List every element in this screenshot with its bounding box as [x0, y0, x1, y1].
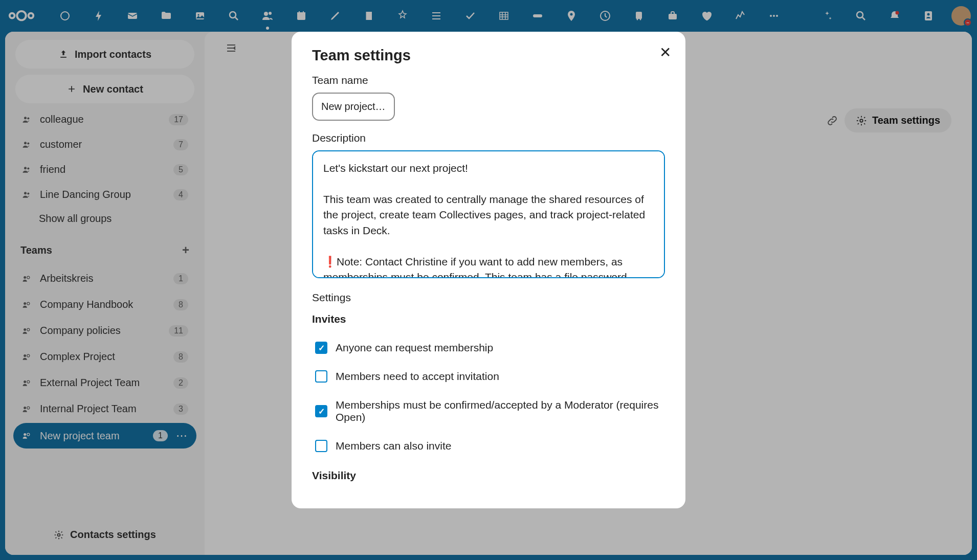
checkbox[interactable] [315, 440, 327, 452]
team-name-input[interactable]: New project … [312, 93, 395, 121]
modal-title: Team settings [312, 47, 665, 64]
checkbox-row-accept-invite[interactable]: Members need to accept invitation [312, 362, 665, 391]
modal-overlay[interactable]: Team settings ✕ Team name New project … … [0, 0, 977, 560]
checkbox-row-members-invite[interactable]: Members can also invite [312, 432, 665, 460]
visibility-section-label: Visibility [312, 469, 665, 482]
invites-section-label: Invites [312, 313, 665, 325]
checkbox-label: Members can also invite [336, 440, 451, 452]
modal-close-button[interactable]: ✕ [659, 44, 671, 61]
description-textarea[interactable] [312, 150, 665, 278]
checkbox-row-anyone-request[interactable]: Anyone can request membership [312, 333, 665, 362]
checkbox-label: Anyone can request membership [336, 342, 493, 354]
checkbox-label: Members need to accept invitation [336, 370, 499, 383]
team-name-label: Team name [312, 74, 665, 86]
checkbox[interactable] [315, 342, 327, 354]
description-label: Description [312, 132, 665, 144]
settings-label: Settings [312, 292, 665, 304]
checkbox-label: Memberships must be confirmed/accepted b… [336, 399, 662, 423]
checkbox-row-moderator-confirm[interactable]: Memberships must be confirmed/accepted b… [312, 391, 665, 432]
checkbox[interactable] [315, 370, 327, 383]
team-settings-modal: Team settings ✕ Team name New project … … [292, 32, 685, 508]
checkbox[interactable] [315, 405, 327, 417]
